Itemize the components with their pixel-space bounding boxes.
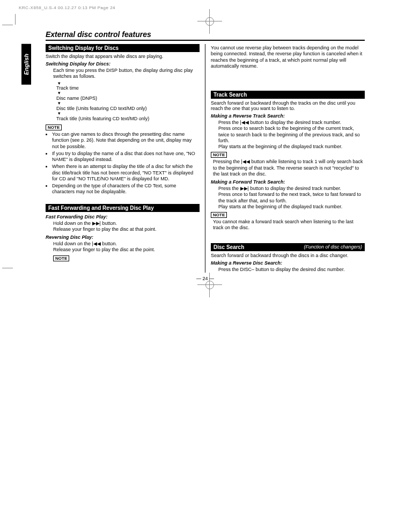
- note-label: NOTE: [211, 152, 227, 158]
- heading-text: Switching Display for Discs: [48, 45, 119, 51]
- subheading: Reversing Disc Play:: [46, 235, 200, 240]
- body-text: Press the DISC– button to display the de…: [218, 267, 365, 273]
- page-number: — 24 —: [46, 276, 365, 281]
- note-item: You can give names to discs through the …: [52, 131, 200, 150]
- flow-item: Track title (Units featuring CD text/MD …: [56, 116, 149, 121]
- language-tab: English: [21, 44, 31, 85]
- subheading: Making a Reverse Track Search:: [211, 113, 365, 119]
- note-item: If you try to display the name of a disc…: [52, 151, 200, 163]
- rewind-icon: |◀◀: [240, 120, 249, 126]
- rewind-icon: |◀◀: [241, 159, 250, 165]
- fast-forward-icon: ▶▶|: [92, 221, 101, 226]
- registration-mark-top: [202, 13, 218, 30]
- body-text: Hold down on the |◀◀ button. Release you…: [53, 241, 200, 253]
- display-flow: ▾ Track time ▾ Disc name (DNPS) ▾ Disc t…: [56, 82, 200, 123]
- body-text: Hold down on the ▶▶| button. Release you…: [53, 221, 200, 233]
- flow-item: Disc name (DNPS): [56, 96, 97, 101]
- note-body: You cannot make a forward track search w…: [213, 219, 365, 231]
- right-column: You cannot use reverse play between trac…: [205, 44, 365, 273]
- crop-mark: [2, 260, 18, 276]
- note-list: You can give names to discs through the …: [46, 131, 200, 195]
- print-header: KRC-X858_U.S-4 00.12.27 0:13 PM Page 24: [19, 5, 115, 10]
- body-text: Press the ▶▶| button to display the desi…: [218, 186, 365, 210]
- section-intro: Search forward or backward through the t…: [211, 100, 365, 111]
- page-title: External disc control features: [46, 30, 365, 41]
- subheading: Making a Forward Track Search:: [211, 179, 365, 185]
- section-heading: Track Search: [211, 91, 365, 99]
- section-heading: Switching Display for Discs: [46, 44, 200, 52]
- heading-text: Track Search: [213, 92, 247, 98]
- heading-text: Fast Forwarding and Reversing Disc Play: [48, 205, 154, 211]
- down-arrow-icon: ▾: [58, 112, 200, 115]
- fast-forward-icon: ▶▶|: [240, 186, 249, 192]
- body-text: Each time you press the DISP button, the…: [53, 68, 200, 80]
- note-label: NOTE: [46, 125, 62, 130]
- subheading: Switching Display for Discs:: [46, 61, 200, 67]
- heading-text: Disc Search: [213, 244, 244, 250]
- note-label: NOTE: [211, 212, 227, 218]
- down-arrow-icon: ▾: [58, 102, 200, 105]
- section-intro: Switch the display that appears while di…: [46, 54, 200, 59]
- section-heading: Fast Forwarding and Reversing Disc Play: [46, 204, 200, 212]
- page-content: External disc control features Switching…: [46, 30, 365, 281]
- note-label: NOTE: [53, 255, 69, 261]
- crop-mark: [2, 25, 18, 41]
- body-text: You cannot use reverse play between trac…: [211, 45, 365, 69]
- subheading: Fast Forwarding Disc Play:: [46, 214, 200, 220]
- subheading: Making a Reverse Disc Search:: [211, 260, 365, 266]
- note-body: Pressing the |◀◀ button while listening …: [213, 159, 365, 177]
- section-heading: Disc Search (Function of disc changers): [211, 243, 365, 251]
- left-column: Switching Display for Discs Switch the d…: [46, 44, 205, 273]
- note-item: When there is an attempt to display the …: [52, 164, 200, 182]
- flow-item: Disc title (Units featuring CD text/MD o…: [56, 106, 147, 111]
- section-intro: Search forward or backward through the d…: [211, 253, 365, 258]
- flow-item: Track time: [56, 85, 79, 91]
- note-item: Depending on the type of characters of t…: [52, 183, 200, 195]
- down-arrow-icon: ▾: [58, 92, 200, 94]
- rewind-icon: |◀◀: [92, 241, 101, 247]
- body-text: Press the |◀◀ button to display the desi…: [218, 120, 365, 150]
- down-arrow-icon: ▾: [58, 82, 200, 85]
- heading-function: (Function of disc changers): [304, 244, 362, 250]
